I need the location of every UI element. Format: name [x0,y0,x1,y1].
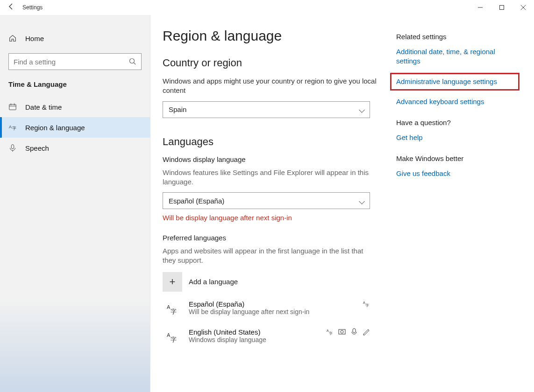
display-language-sub: Windows display language [163,155,377,163]
sidebar: Home Time & Language Date & time A字 Regi… [0,15,150,392]
display-language-warning: Will be display language after next sign… [163,214,377,222]
svg-text:A: A [9,125,12,129]
page-title: Region & language [163,28,377,44]
link-administrative-language[interactable]: Administrative language settings [390,73,520,91]
country-value: Spain [169,105,186,113]
svg-rect-24 [353,329,356,333]
sidebar-item-datetime[interactable]: Date & time [0,97,150,117]
svg-point-23 [341,330,343,333]
sidebar-item-label: Speech [25,144,49,152]
section-languages-heading: Languages [163,136,377,148]
language-sub: Windows display language [189,336,320,343]
svg-rect-6 [9,105,16,110]
section-country-heading: Country or region [163,57,377,69]
search-icon [129,58,136,65]
language-sub: Will be display language after next sign… [189,308,356,315]
display-language-value: Español (España) [169,197,224,205]
handwriting-icon [363,328,370,336]
plus-icon: + [163,272,182,292]
svg-text:A: A [167,304,171,310]
main-content: Region & language Country or region Wind… [163,28,377,381]
country-desc: Windows and apps might use your country … [163,77,377,96]
language-glyph-small-icon: A字 [326,328,334,336]
home-icon [8,34,17,42]
sidebar-item-speech[interactable]: Speech [0,138,150,158]
datetime-icon [8,103,17,111]
sidebar-category: Time & Language [0,80,150,88]
sidebar-home[interactable]: Home [0,28,150,49]
language-glyph-icon: A字 [163,300,182,320]
svg-text:字: 字 [12,126,16,131]
language-name: English (United States) [189,328,320,336]
svg-text:字: 字 [365,303,369,308]
feedback-heading: Make Windows better [396,154,518,162]
window-title: Settings [22,4,470,11]
right-pane: Related settings Additional date, time, … [396,28,518,381]
link-give-feedback[interactable]: Give us feedback [396,169,518,178]
sidebar-item-label: Date & time [25,103,62,111]
chevron-down-icon [360,105,364,113]
preferred-languages-desc: Apps and websites will appear in the fir… [163,246,377,266]
svg-point-4 [130,59,135,63]
language-name: Español (España) [189,300,356,308]
add-language-label: Add a language [189,278,238,286]
preferred-languages-sub: Preferred languages [163,234,377,242]
search-input[interactable] [14,58,126,66]
svg-text:字: 字 [329,331,333,336]
language-glyph-small-icon: A字 [363,300,370,308]
display-language-dropdown[interactable]: Español (España) [163,192,370,209]
language-glyph-icon: A字 [163,328,182,348]
region-icon [338,328,346,336]
link-get-help[interactable]: Get help [396,133,518,142]
close-button[interactable] [513,0,534,15]
speech-small-icon [350,328,358,336]
link-additional-regional[interactable]: Additional date, time, & regional settin… [396,47,518,66]
svg-text:字: 字 [171,336,177,343]
svg-rect-12 [11,145,14,149]
svg-rect-1 [500,6,504,10]
display-language-desc: Windows features like Settings and File … [163,168,377,187]
language-item-english[interactable]: A字 English (United States) Windows displ… [163,328,370,348]
add-language-button[interactable]: + Add a language [163,272,377,292]
link-advanced-keyboard[interactable]: Advanced keyboard settings [396,97,518,106]
search-box[interactable] [8,53,142,70]
sidebar-item-label: Region & language [25,124,85,132]
related-settings-heading: Related settings [396,33,518,41]
svg-line-5 [134,63,136,65]
speech-icon [8,144,17,152]
minimize-button[interactable] [470,0,491,15]
maximize-button[interactable] [491,0,513,15]
back-button[interactable] [0,3,22,12]
home-label: Home [25,35,44,42]
question-heading: Have a question? [396,119,518,126]
svg-text:A: A [167,332,171,338]
chevron-down-icon [360,197,364,205]
language-icon: A字 [8,123,17,132]
country-dropdown[interactable]: Spain [163,101,370,118]
svg-text:字: 字 [171,308,177,315]
language-item-spanish[interactable]: A字 Español (España) Will be display lang… [163,300,370,320]
sidebar-item-region-language[interactable]: A字 Region & language [0,117,150,138]
